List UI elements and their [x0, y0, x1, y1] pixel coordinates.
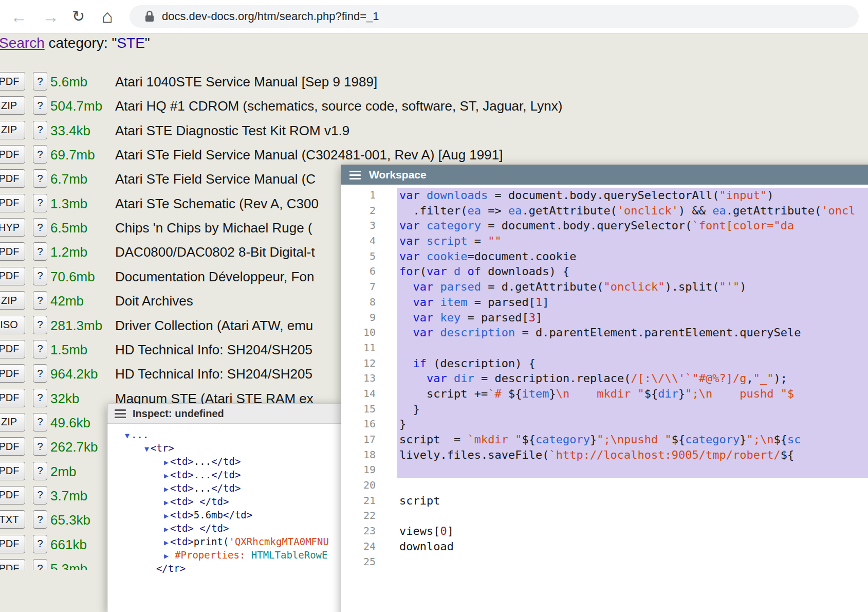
file-type-button[interactable]: ISO: [0, 316, 25, 334]
code-line[interactable]: var category = document.body.querySelect…: [397, 218, 868, 233]
code-line[interactable]: download: [397, 539, 868, 554]
file-type-button[interactable]: PDF: [0, 535, 25, 553]
code-line[interactable]: [397, 340, 868, 356]
tree-toggle-icon[interactable]: ▶: [164, 511, 170, 520]
help-button[interactable]: ?: [33, 267, 47, 285]
help-button[interactable]: ?: [33, 340, 47, 358]
help-button[interactable]: ?: [33, 218, 47, 237]
code-editor[interactable]: 1234567891011121314151617181920212223242…: [341, 185, 868, 612]
tree-row[interactable]: ▶<td>...</td>: [107, 468, 341, 481]
code-line[interactable]: var key = parsed[3]: [397, 310, 868, 326]
code-line[interactable]: [397, 462, 868, 478]
help-button[interactable]: ?: [33, 389, 47, 407]
file-type-button[interactable]: HYP: [0, 218, 25, 237]
inspector-titlebar[interactable]: Inspect: undefined: [107, 404, 341, 424]
file-type-button[interactable]: PDF: [0, 364, 25, 383]
code-line[interactable]: script: [397, 493, 868, 509]
file-title[interactable]: HD Technical Info: SH204/SH205: [115, 366, 312, 382]
help-button[interactable]: ?: [33, 145, 47, 164]
file-type-button[interactable]: PDF: [0, 194, 25, 212]
help-button[interactable]: ?: [33, 510, 47, 529]
code-line[interactable]: var script = "": [397, 233, 868, 249]
file-type-button[interactable]: PDF: [0, 486, 25, 505]
tree-row[interactable]: ▶<td>...</td>: [107, 455, 341, 468]
code-line[interactable]: }: [397, 402, 868, 417]
help-button[interactable]: ?: [33, 121, 47, 139]
file-type-button[interactable]: PDF: [0, 389, 25, 407]
file-type-button[interactable]: PDF: [0, 242, 25, 261]
file-type-button[interactable]: ZIP: [0, 121, 25, 139]
tree-row[interactable]: ▼<tr>: [107, 441, 341, 455]
tree-toggle-icon[interactable]: ▶: [164, 525, 170, 534]
file-title[interactable]: Driver Collection (Atari ATW, emu: [115, 318, 313, 334]
tree-toggle-icon[interactable]: ▶: [164, 498, 170, 507]
file-type-button[interactable]: ZIP: [0, 96, 25, 115]
code-line[interactable]: [397, 508, 868, 524]
help-button[interactable]: ?: [33, 437, 47, 456]
file-type-button[interactable]: PDF: [0, 145, 25, 164]
code-line[interactable]: script +=`# ${item}\n mkdir "${dir}";\n …: [397, 386, 868, 402]
file-title[interactable]: Chips 'n Chips by Michael Ruge (: [115, 220, 312, 236]
file-title[interactable]: Atari STE Diagnostic Test Kit ROM v1.9: [115, 123, 349, 139]
file-type-button[interactable]: PDF: [0, 462, 25, 480]
code-line[interactable]: var parsed = d.getAttribute("onclick").s…: [397, 279, 868, 295]
file-title[interactable]: DAC0800/DAC0802 8-Bit Digital-t: [115, 244, 315, 260]
tree-row[interactable]: ▶<td>print('QXRhcmkgMTA0MFNU: [107, 535, 341, 548]
code-line[interactable]: var downloads = document.body.querySelec…: [397, 188, 868, 203]
tree-row[interactable]: ▶ #Properties: HTMLTableRowE: [107, 548, 341, 562]
tree-toggle-icon[interactable]: ▶: [164, 551, 175, 561]
file-type-button[interactable]: TXT: [0, 510, 25, 529]
menu-icon[interactable]: [115, 409, 126, 418]
file-type-button[interactable]: PDF: [0, 267, 25, 285]
code-line[interactable]: }: [397, 417, 868, 432]
help-button[interactable]: ?: [33, 291, 47, 310]
forward-button[interactable]: →: [42, 8, 59, 25]
file-type-button[interactable]: ZIP: [0, 413, 25, 431]
file-title[interactable]: Atari STe Schematic (Rev A, C300: [115, 196, 319, 212]
file-type-button[interactable]: PDF: [0, 72, 25, 91]
help-button[interactable]: ?: [33, 242, 47, 261]
code-lines[interactable]: var downloads = document.body.querySelec…: [397, 188, 868, 569]
tree-toggle-icon[interactable]: ▶: [164, 538, 170, 547]
tree-toggle-icon[interactable]: ▶: [164, 471, 170, 480]
help-button[interactable]: ?: [33, 535, 47, 553]
code-line[interactable]: var dir = description.replace(/[:\/\\'`"…: [397, 371, 868, 386]
file-title[interactable]: Atari HQ #1 CDROM (schematics, source co…: [115, 98, 562, 114]
help-button[interactable]: ?: [33, 462, 47, 480]
help-button[interactable]: ?: [33, 559, 47, 570]
code-line[interactable]: var item = parsed[1]: [397, 295, 868, 310]
file-type-button[interactable]: ZIP: [0, 291, 25, 310]
help-button[interactable]: ?: [33, 413, 47, 431]
menu-icon[interactable]: [349, 171, 361, 179]
file-title[interactable]: Doit Archives: [115, 293, 193, 309]
tree-toggle-icon[interactable]: ▼: [144, 444, 151, 454]
home-button[interactable]: ⌂: [102, 7, 113, 26]
file-title[interactable]: Atari STe Field Service Manual (C302481-…: [115, 147, 503, 163]
address-bar[interactable]: docs.dev-docs.org/htm/search.php?find=_1: [130, 5, 859, 28]
tree-row[interactable]: ▶<td>...</td>: [107, 481, 341, 495]
file-title[interactable]: HD Technical Info: SH204/SH205: [115, 342, 312, 358]
help-button[interactable]: ?: [33, 364, 47, 383]
code-line[interactable]: if (description) {: [397, 356, 868, 371]
file-title[interactable]: Atari STe Field Service Manual (C: [115, 171, 316, 187]
tree-toggle-icon[interactable]: ▶: [164, 484, 170, 494]
code-line[interactable]: .filter(ea => ea.getAttribute('onclick')…: [397, 203, 868, 219]
tree-row[interactable]: ▶<td> </td>: [107, 521, 341, 535]
tree-row[interactable]: ▼...: [107, 428, 341, 441]
help-button[interactable]: ?: [33, 96, 47, 115]
file-type-button[interactable]: PDF: [0, 340, 25, 358]
tree-toggle-icon[interactable]: ▼: [125, 431, 131, 440]
file-title[interactable]: Documentation Développeur, Fon: [115, 269, 314, 285]
code-line[interactable]: var cookie=document.cookie: [397, 249, 868, 264]
code-line[interactable]: for(var d of downloads) {: [397, 264, 868, 279]
file-type-button[interactable]: PDF: [0, 437, 25, 456]
help-button[interactable]: ?: [33, 486, 47, 505]
back-button[interactable]: ←: [10, 8, 27, 25]
code-line[interactable]: var description = d.parentElement.parent…: [397, 325, 868, 340]
file-type-button[interactable]: PDF: [0, 559, 25, 570]
tree-row[interactable]: </tr>: [107, 562, 341, 575]
tree-row[interactable]: ▶<td> </td>: [107, 495, 341, 508]
help-button[interactable]: ?: [33, 194, 47, 212]
code-line[interactable]: [397, 554, 868, 570]
file-type-button[interactable]: PDF: [0, 169, 25, 188]
